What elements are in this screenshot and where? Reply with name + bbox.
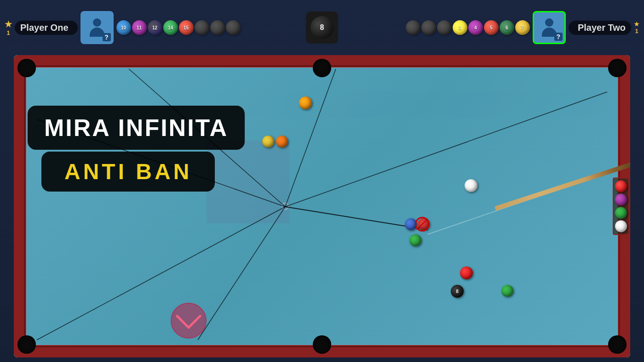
player-two-question: ? xyxy=(554,33,563,41)
player-two-area: 76541 ? Player Two ★ 1 xyxy=(343,11,639,44)
hud-ball-p1 xyxy=(210,20,225,35)
hud-ball-p2: 5 xyxy=(484,20,499,35)
player-two-avatar: ? xyxy=(533,11,566,44)
rack-ball-white xyxy=(615,221,627,232)
ball-red xyxy=(460,266,473,279)
player-one-name: Player One xyxy=(15,21,78,35)
eight-ball-icon xyxy=(306,11,338,44)
svg-line-0 xyxy=(37,207,285,340)
player-two-rank-number: 1 xyxy=(635,28,638,34)
rack-ball-red xyxy=(615,181,627,192)
hud-ball-p1: 10 xyxy=(116,20,131,35)
hud-ball-p2: 1 xyxy=(453,20,467,35)
player-two-star: ★ xyxy=(634,21,639,28)
player-one-area: ★ 1 Player One ? 1011121415 xyxy=(5,11,301,44)
ball-green-stripe xyxy=(409,234,421,246)
player-two-balls: 76541 xyxy=(406,20,530,35)
anti-ban-label: ANTI BAN xyxy=(64,159,192,184)
hud-ball-p2: 7 xyxy=(515,20,530,35)
player-two-rank: ★ 1 xyxy=(634,21,639,34)
hud-ball-p2 xyxy=(406,20,420,35)
ball-yellow-stripe xyxy=(262,136,274,147)
ball-orange xyxy=(299,96,312,109)
right-rack xyxy=(613,178,629,235)
hud-header: ★ 1 Player One ? 1011121415 76541 xyxy=(0,0,644,55)
svg-point-8 xyxy=(171,303,206,338)
player-one-balls: 1011121415 xyxy=(116,20,241,35)
game-container: ★ 1 Player One ? 1011121415 76541 xyxy=(0,0,644,362)
aim-lines-svg xyxy=(14,55,630,357)
hud-ball-p1 xyxy=(195,20,209,35)
hud-ball-p2 xyxy=(421,20,436,35)
center-area xyxy=(301,11,343,44)
player-one-avatar: ? xyxy=(80,11,114,44)
mira-infinita-overlay: MIRA INFINITA xyxy=(28,106,245,150)
hud-ball-p2 xyxy=(437,20,452,35)
player-one-rank: ★ 1 xyxy=(5,19,12,36)
player-one-rank-number: 1 xyxy=(6,29,10,36)
svg-line-3 xyxy=(285,69,336,207)
pool-table: 8 xyxy=(14,55,630,357)
hud-ball-p1 xyxy=(226,20,241,35)
rack-ball-green xyxy=(615,207,627,219)
ball-green-solid xyxy=(501,285,513,297)
hud-ball-p2: 4 xyxy=(468,20,483,35)
player-two-name: Player Two xyxy=(569,21,631,35)
eight-ball xyxy=(310,16,334,39)
hud-ball-p1: 14 xyxy=(163,20,178,35)
cue-ball xyxy=(465,179,477,192)
rack-ball-purple xyxy=(615,194,627,206)
aim-indicator xyxy=(166,302,212,339)
ball-orange-2 xyxy=(276,136,288,147)
hud-ball-p1: 11 xyxy=(132,20,147,35)
hud-ball-p1: 12 xyxy=(148,20,162,35)
ball-eight: 8 xyxy=(451,285,464,298)
ban-symbol xyxy=(415,217,430,232)
hud-ball-p2: 6 xyxy=(500,20,514,35)
player-one-question: ? xyxy=(103,33,111,41)
anti-ban-overlay: ANTI BAN xyxy=(41,152,215,192)
mira-infinita-label: MIRA INFINITA xyxy=(44,114,228,141)
hud-ball-p1: 15 xyxy=(179,20,194,35)
player-one-star: ★ xyxy=(5,19,12,29)
